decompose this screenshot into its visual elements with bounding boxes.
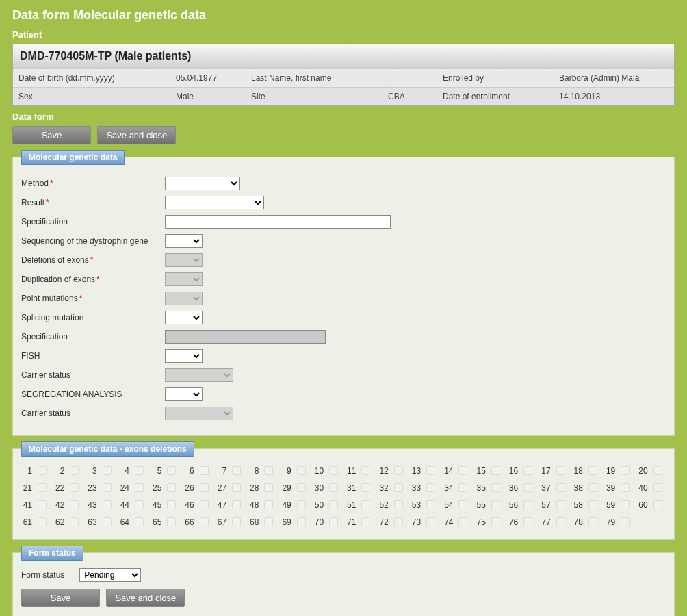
exon-cell: 51 (345, 498, 372, 511)
exon-number: 48 (248, 500, 259, 510)
carrier2-select (165, 407, 233, 420)
exon-number: 42 (53, 500, 64, 510)
dob-label: Date of birth (dd.mm.yyyy) (13, 68, 170, 87)
exon-checkbox (588, 483, 597, 492)
exon-cell: 40 (637, 481, 664, 494)
save-button-bottom[interactable]: Save (21, 589, 100, 607)
exon-number: 4 (118, 466, 129, 476)
exon-number: 50 (313, 500, 324, 510)
exon-number: 47 (216, 500, 226, 510)
fish-label: FISH (21, 351, 165, 361)
exon-checkbox (426, 517, 435, 526)
exon-cell: 14 (442, 464, 469, 477)
exon-cell: 79 (604, 515, 632, 528)
seq-select[interactable] (165, 234, 203, 248)
exon-checkbox (523, 500, 532, 509)
exon-cell: 7 (216, 464, 243, 477)
specification2-label: Specification (21, 332, 165, 342)
exon-cell: 30 (313, 481, 340, 494)
exon-cell: 72 (378, 515, 405, 528)
patient-section-label: Patient (12, 29, 675, 40)
exon-cell: 76 (507, 515, 534, 528)
exon-cell: 10 (313, 464, 340, 477)
dataform-section-label: Data form (12, 112, 675, 122)
exon-cell: 13 (410, 464, 437, 477)
form-status-select[interactable]: Pending (79, 568, 141, 582)
molecular-genetic-panel: Molecular genetic data Method* Result* S… (12, 157, 675, 436)
exon-checkbox (523, 517, 532, 526)
exon-number: 31 (345, 483, 356, 493)
exon-number: 67 (216, 517, 226, 527)
exons-deletions-panel: Molecular genetic data - exons deletions… (12, 448, 675, 540)
save-button[interactable]: Save (12, 126, 91, 144)
exon-checkbox (361, 483, 370, 492)
exon-cell: 34 (442, 481, 469, 494)
exon-cell: 31 (345, 481, 372, 494)
exon-checkbox (38, 500, 47, 509)
required-icon: * (46, 198, 49, 207)
carrier1-select (165, 368, 233, 382)
save-close-button[interactable]: Save and close (97, 126, 176, 144)
panel3-title: Form status (21, 546, 83, 561)
exon-cell: 78 (572, 515, 599, 528)
carrier2-label: Carrier status (21, 409, 165, 418)
exon-checkbox (103, 483, 112, 492)
exon-checkbox (167, 466, 176, 475)
sex-value: Male (170, 87, 246, 105)
exon-number: 75 (475, 517, 486, 527)
patient-block: DMD-770405M-TP (Male patients) Date of b… (12, 44, 675, 106)
exon-number: 12 (378, 466, 389, 476)
exon-cell: 44 (118, 498, 146, 511)
exon-checkbox (167, 517, 176, 526)
result-select[interactable] (165, 196, 264, 209)
exon-checkbox (200, 466, 209, 475)
form-status-label: Form status (21, 570, 64, 580)
exon-number: 62 (53, 517, 64, 527)
segregation-select[interactable] (165, 387, 203, 401)
exon-checkbox (621, 483, 630, 492)
exon-checkbox (135, 466, 144, 475)
exon-number: 57 (540, 500, 551, 510)
required-icon: * (96, 274, 100, 284)
method-select[interactable] (165, 177, 240, 190)
exon-cell: 66 (183, 515, 211, 528)
exon-number: 69 (281, 517, 291, 527)
site-label: Site (246, 87, 383, 105)
exon-checkbox (491, 483, 500, 492)
exon-checkbox (200, 517, 209, 526)
exon-number: 34 (442, 483, 453, 493)
seq-label: Sequencing of the dystrophin gene (21, 236, 165, 246)
exon-number: 45 (151, 500, 161, 510)
exon-cell: 43 (86, 498, 114, 511)
exon-number: 40 (637, 483, 648, 493)
exon-checkbox (264, 500, 273, 509)
save-close-button-bottom[interactable]: Save and close (106, 589, 185, 607)
exon-cell: 53 (410, 498, 437, 511)
exon-checkbox (200, 483, 209, 492)
exon-cell: 16 (507, 464, 534, 477)
exon-checkbox (458, 517, 467, 526)
exon-cell: 4 (118, 464, 146, 477)
exon-number: 8 (248, 466, 259, 476)
exon-number: 5 (151, 466, 161, 476)
exon-number: 59 (604, 500, 615, 510)
fish-select[interactable] (165, 349, 203, 363)
specification-input[interactable] (165, 215, 391, 229)
exon-checkbox (264, 517, 273, 526)
exon-checkbox (491, 466, 500, 475)
point-mutations-select (165, 292, 203, 305)
exon-cell: 26 (183, 481, 211, 494)
exon-cell: 33 (410, 481, 437, 494)
splicing-select[interactable] (165, 311, 203, 324)
exon-number: 79 (604, 517, 615, 527)
exon-checkbox (426, 500, 435, 509)
exon-number: 32 (378, 483, 389, 493)
enroll-date-value: 14.10.2013 (554, 87, 674, 105)
exon-cell: 71 (345, 515, 372, 528)
exon-cell: 48 (248, 498, 275, 511)
exon-number: 10 (313, 466, 324, 476)
exon-number: 7 (216, 466, 226, 476)
exon-cell: 47 (216, 498, 243, 511)
exon-checkbox (167, 483, 176, 492)
exon-checkbox (556, 466, 565, 475)
